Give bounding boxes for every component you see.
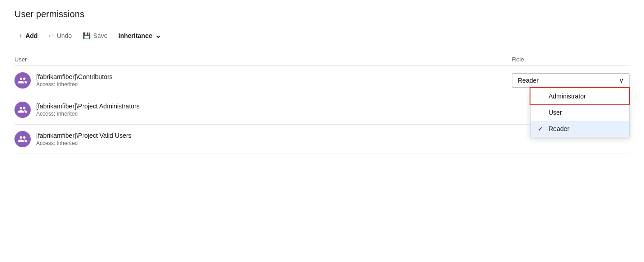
role-cell: Reader ∨ Administrator User ✓ Reader <box>512 73 630 88</box>
table-rows: [fabrikamfiber]\Contributors Access: Inh… <box>14 66 630 154</box>
dropdown-item-user[interactable]: User <box>530 104 629 121</box>
user-access: Access: Inherited <box>36 81 113 88</box>
save-label: Save <box>93 32 108 39</box>
save-button[interactable]: 💾 Save <box>78 29 112 42</box>
user-info: [fabrikamfiber]\Project Valid Users Acce… <box>36 132 132 146</box>
user-cell: [fabrikamfiber]\Project Administrators A… <box>14 102 512 118</box>
dropdown-item-administrator[interactable]: Administrator <box>530 87 630 105</box>
add-button[interactable]: + Add <box>14 29 42 42</box>
user-info: [fabrikamfiber]\Contributors Access: Inh… <box>36 73 113 88</box>
avatar <box>14 131 31 147</box>
add-label: Add <box>25 32 38 39</box>
dropdown-option-label: User <box>549 109 562 116</box>
plus-icon: + <box>19 32 23 39</box>
inheritance-label: Inheritance <box>118 32 152 39</box>
role-dropdown-menu: Administrator User ✓ Reader <box>530 88 630 137</box>
table-row: [fabrikamfiber]\Contributors Access: Inh… <box>14 66 630 95</box>
undo-label: Undo <box>57 32 71 39</box>
avatar <box>14 102 31 118</box>
user-name: [fabrikamfiber]\Project Valid Users <box>36 132 132 139</box>
col-role-header: Role <box>512 56 630 63</box>
dropdown-item-reader[interactable]: ✓ Reader <box>530 121 629 137</box>
dropdown-option-label: Administrator <box>549 93 586 100</box>
user-access: Access: Inherited <box>36 140 132 146</box>
col-user-header: User <box>14 56 512 63</box>
user-name: [fabrikamfiber]\Contributors <box>36 73 113 80</box>
user-access: Access: Inherited <box>36 111 140 117</box>
avatar <box>14 72 31 89</box>
user-cell: [fabrikamfiber]\Project Valid Users Acce… <box>14 131 512 147</box>
role-value: Reader <box>518 77 539 84</box>
inheritance-button[interactable]: Inheritance ⌄ <box>114 28 166 42</box>
check-placeholder <box>538 93 545 100</box>
user-info: [fabrikamfiber]\Project Administrators A… <box>36 103 140 117</box>
user-cell: [fabrikamfiber]\Contributors Access: Inh… <box>14 72 512 89</box>
chevron-down-icon: ∨ <box>619 77 624 84</box>
dropdown-option-label: Reader <box>549 125 569 132</box>
check-icon: ✓ <box>538 125 545 132</box>
user-name: [fabrikamfiber]\Project Administrators <box>36 103 140 110</box>
table-header: User Role <box>14 53 630 66</box>
save-icon: 💾 <box>83 32 90 39</box>
toolbar: + Add ↩ Undo 💾 Save Inheritance ⌄ <box>14 28 630 44</box>
undo-button[interactable]: ↩ Undo <box>44 29 76 42</box>
role-dropdown[interactable]: Reader ∨ <box>512 73 630 88</box>
page-title: User permissions <box>14 9 630 19</box>
chevron-down-icon: ⌄ <box>155 31 161 40</box>
check-placeholder <box>538 109 545 116</box>
undo-icon: ↩ <box>48 32 54 39</box>
